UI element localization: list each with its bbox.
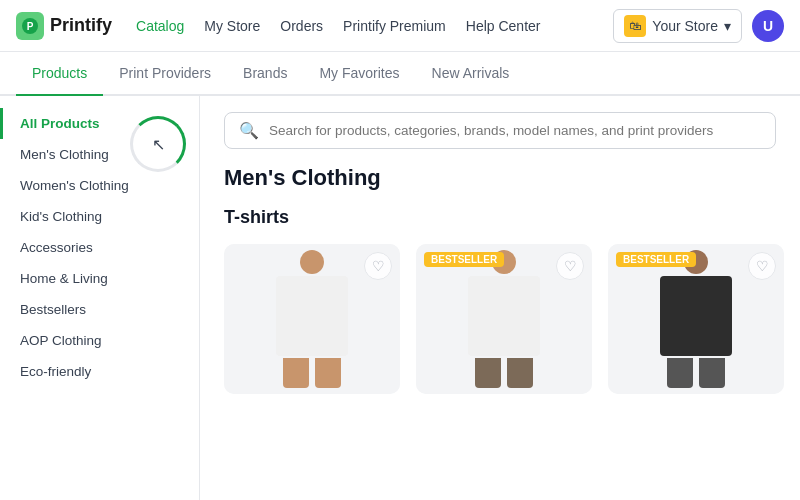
loading-spinner: ↖ bbox=[130, 116, 186, 172]
sidebar-item-eco[interactable]: Eco-friendly bbox=[0, 356, 199, 387]
figure-leg-l2 bbox=[475, 358, 501, 388]
store-button-label: Your Store bbox=[652, 18, 718, 34]
tab-new-arrivals[interactable]: New Arrivals bbox=[416, 52, 526, 96]
figure-leg-l bbox=[283, 358, 309, 388]
figure-leg-r2 bbox=[507, 358, 533, 388]
figure-legs bbox=[283, 358, 341, 388]
search-bar: 🔍 bbox=[224, 112, 776, 149]
search-icon: 🔍 bbox=[239, 121, 259, 140]
main-content: 🔍 Men's Clothing T-shirts bbox=[200, 96, 800, 500]
product-card-3: ♡ Bestseller bbox=[608, 244, 784, 394]
sidebar-item-bestsellers[interactable]: Bestsellers bbox=[0, 294, 199, 325]
nav-premium[interactable]: Printify Premium bbox=[343, 18, 446, 34]
product-card-img-1: ♡ bbox=[224, 244, 400, 394]
figure-body-3 bbox=[660, 276, 732, 356]
section-title: Men's Clothing bbox=[224, 165, 776, 191]
sub-nav: Products Print Providers Brands My Favor… bbox=[0, 52, 800, 96]
product-card-1: ♡ bbox=[224, 244, 400, 394]
nav-help[interactable]: Help Center bbox=[466, 18, 541, 34]
sidebar-item-kids[interactable]: Kid's Clothing bbox=[0, 201, 199, 232]
favorite-button-2[interactable]: ♡ bbox=[556, 252, 584, 280]
product-figure-3 bbox=[660, 250, 732, 388]
bestseller-badge-3: Bestseller bbox=[616, 252, 696, 267]
figure-leg-l3 bbox=[667, 358, 693, 388]
nav-links: Catalog My Store Orders Printify Premium… bbox=[136, 18, 613, 34]
nav-my-store[interactable]: My Store bbox=[204, 18, 260, 34]
tab-my-favorites[interactable]: My Favorites bbox=[303, 52, 415, 96]
user-avatar[interactable]: U bbox=[752, 10, 784, 42]
sidebar-item-accessories[interactable]: Accessories bbox=[0, 232, 199, 263]
favorite-button-1[interactable]: ♡ bbox=[364, 252, 392, 280]
product-card-2: ♡ Bestseller bbox=[416, 244, 592, 394]
figure-legs-3 bbox=[667, 358, 725, 388]
tab-print-providers[interactable]: Print Providers bbox=[103, 52, 227, 96]
figure-leg-r3 bbox=[699, 358, 725, 388]
sidebar-item-home[interactable]: Home & Living bbox=[0, 263, 199, 294]
logo[interactable]: P Printify bbox=[16, 12, 112, 40]
figure-head bbox=[300, 250, 324, 274]
sidebar: All Products Men's Clothing Women's Clot… bbox=[0, 96, 200, 500]
figure-body-2 bbox=[468, 276, 540, 356]
figure-body bbox=[276, 276, 348, 356]
nav-orders[interactable]: Orders bbox=[280, 18, 323, 34]
nav-catalog[interactable]: Catalog bbox=[136, 18, 184, 34]
chevron-down-icon: ▾ bbox=[724, 18, 731, 34]
cursor-icon: ↖ bbox=[152, 135, 165, 154]
svg-text:P: P bbox=[27, 21, 34, 32]
favorite-button-3[interactable]: ♡ bbox=[748, 252, 776, 280]
logo-text: Printify bbox=[50, 15, 112, 36]
product-grid: ♡ ♡ Bestseller bbox=[224, 244, 776, 394]
top-nav: P Printify Catalog My Store Orders Print… bbox=[0, 0, 800, 52]
nav-right: 🛍 Your Store ▾ U bbox=[613, 9, 784, 43]
figure-leg-r bbox=[315, 358, 341, 388]
tab-products[interactable]: Products bbox=[16, 52, 103, 96]
product-figure-2 bbox=[468, 250, 540, 388]
search-input[interactable] bbox=[269, 123, 761, 138]
main-layout: All Products Men's Clothing Women's Clot… bbox=[0, 96, 800, 500]
product-card-img-2: ♡ Bestseller bbox=[416, 244, 592, 394]
sidebar-item-womens[interactable]: Women's Clothing bbox=[0, 170, 199, 201]
store-button[interactable]: 🛍 Your Store ▾ bbox=[613, 9, 742, 43]
tab-brands[interactable]: Brands bbox=[227, 52, 303, 96]
sidebar-item-aop[interactable]: AOP Clothing bbox=[0, 325, 199, 356]
store-badge-icon: 🛍 bbox=[624, 15, 646, 37]
product-card-img-3: ♡ Bestseller bbox=[608, 244, 784, 394]
bestseller-badge-2: Bestseller bbox=[424, 252, 504, 267]
product-figure-1 bbox=[276, 250, 348, 388]
logo-icon: P bbox=[16, 12, 44, 40]
subsection-title: T-shirts bbox=[224, 207, 776, 228]
figure-legs-2 bbox=[475, 358, 533, 388]
